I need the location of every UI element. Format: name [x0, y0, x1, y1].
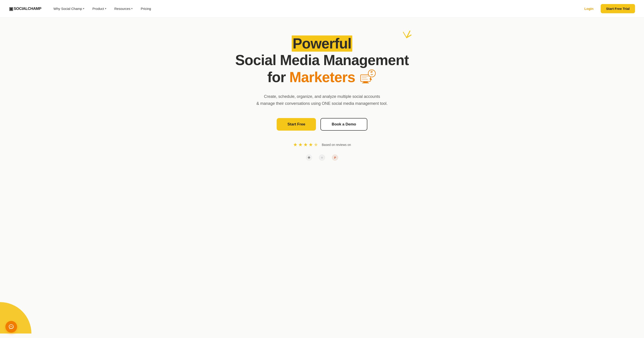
svg-rect-5: [362, 82, 369, 83]
review-text: Based on reviews on: [322, 143, 351, 146]
start-free-trial-button[interactable]: Start Free Trial: [601, 4, 635, 13]
svg-rect-8: [362, 79, 368, 80]
capterra-icon: [306, 154, 312, 161]
trustpilot-logo: [319, 154, 325, 161]
star-3: ★: [304, 142, 308, 148]
star-1: ★: [293, 142, 298, 148]
svg-point-17: [11, 326, 12, 327]
chat-widget[interactable]: [6, 321, 17, 332]
hero-buttons: Start Free Book a Demo: [277, 118, 367, 130]
marketer-icon: % OFF: [359, 68, 377, 86]
svg-text:OFF: OFF: [370, 74, 374, 76]
chevron-down-icon: ▾: [105, 7, 106, 10]
nav-item-product[interactable]: Product ▾: [89, 5, 110, 12]
login-button[interactable]: Login: [581, 5, 597, 12]
hero-section: Powerful Social Media Management for Mar…: [0, 18, 644, 338]
svg-rect-7: [362, 78, 367, 78]
svg-text:P: P: [334, 156, 336, 159]
star-2: ★: [298, 142, 303, 148]
capterra-logo: [306, 154, 312, 161]
title-powerful: Powerful: [292, 36, 352, 52]
title-social-media: Social Media Management: [235, 52, 409, 68]
nav-item-why-social-champ[interactable]: Why Social Champ ▾: [50, 5, 88, 12]
chat-icon: [8, 324, 14, 330]
star-5-half: ★: [314, 142, 318, 148]
star-4: ★: [308, 142, 313, 148]
svg-point-16: [10, 326, 11, 327]
bottom-decoration: [0, 302, 36, 338]
chevron-down-icon: ▾: [83, 7, 84, 10]
book-demo-button[interactable]: Book a Demo: [320, 118, 367, 130]
svg-point-18: [12, 326, 12, 327]
hero-subtitle: Create, schedule, organize, and analyze …: [256, 93, 388, 107]
start-free-button[interactable]: Start Free: [277, 118, 316, 130]
nav-item-resources[interactable]: Resources ▾: [111, 5, 136, 12]
sparkle-decoration: [400, 29, 413, 40]
platform-logos: P: [306, 154, 338, 161]
chevron-down-icon: ▾: [131, 7, 132, 10]
star-rating: ★ ★ ★ ★ ★: [293, 142, 318, 148]
svg-rect-4: [363, 82, 368, 82]
nav-item-pricing[interactable]: Pricing: [138, 5, 154, 12]
navbar: ▣ SOCIALCHAMP Why Social Champ ▾ Product…: [0, 0, 644, 18]
reviews-section: ★ ★ ★ ★ ★ Based on reviews on: [293, 142, 351, 148]
svg-rect-6: [362, 76, 369, 76]
producthunt-icon: P: [332, 154, 338, 161]
svg-line-2: [403, 32, 406, 38]
trustpilot-icon: [319, 154, 325, 161]
title-for: for: [267, 69, 286, 86]
nav-links: Why Social Champ ▾ Product ▾ Resources ▾…: [50, 5, 581, 12]
title-marketers: Marketers: [289, 69, 355, 86]
producthunt-logo: P: [332, 154, 338, 161]
logo[interactable]: ▣ SOCIALCHAMP: [9, 6, 41, 12]
hero-title: Powerful Social Media Management for Mar…: [235, 36, 409, 86]
nav-actions: Login Start Free Trial: [581, 4, 635, 13]
